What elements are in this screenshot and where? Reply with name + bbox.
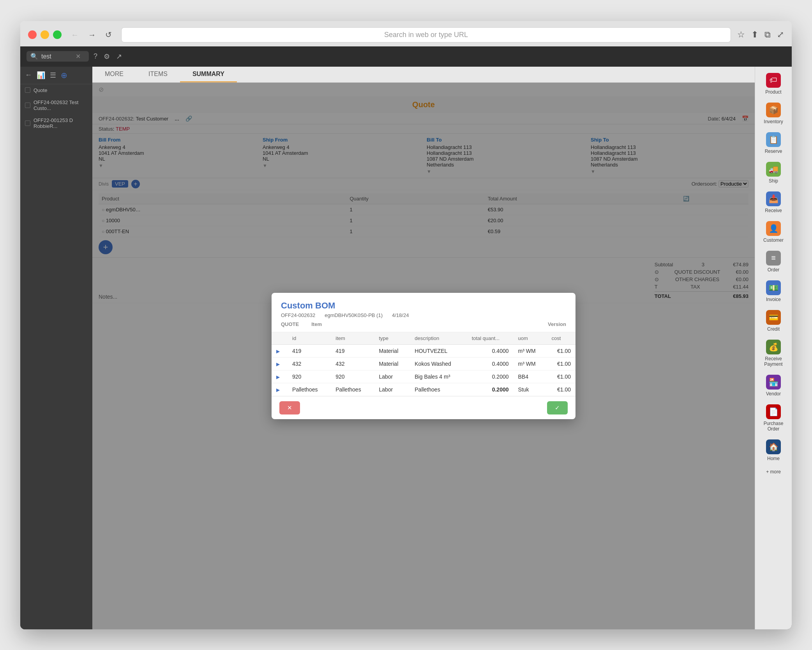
col-expand xyxy=(272,332,288,345)
customer-icon: 👤 xyxy=(766,221,781,236)
col-item: item xyxy=(331,332,374,345)
expand-icon[interactable]: ▶ xyxy=(276,387,280,393)
clear-search-button[interactable]: ✕ xyxy=(76,53,81,60)
home-icon: 🏠 xyxy=(766,439,781,454)
modal-footer: ✕ ✓ xyxy=(272,396,575,419)
bom-row[interactable]: ▶ 432 432 Material Kokos Washed 0.4000 m… xyxy=(272,357,575,370)
browser-chrome: ← → ↺ Search in web or type URL ☆ ⬆ ⧉ ⤢ xyxy=(20,21,792,46)
search-area: 🔍 ✕ xyxy=(26,51,89,62)
modal-title: Custom BOM xyxy=(281,301,566,311)
order-icon: ≡ xyxy=(766,251,781,266)
col-id: id xyxy=(288,332,331,345)
nav-buttons: ← → ↺ xyxy=(68,28,115,41)
credit-icon: 💳 xyxy=(766,310,781,325)
sidebar-item-ship[interactable]: 🚚 Ship xyxy=(757,159,790,187)
sidebar-list: Quote OFF24-002632 Test Custo... OFF22-0… xyxy=(20,84,92,629)
receive-payment-icon: 💰 xyxy=(766,340,781,354)
sidebar-header-quote: Quote xyxy=(20,84,92,96)
inventory-icon: 📦 xyxy=(766,103,781,117)
modal-meta-row: QUOTE Item Version xyxy=(281,321,566,327)
col-cost: cost xyxy=(547,332,575,345)
sidebar-item-purchase-order[interactable]: 📄 Purchase Order xyxy=(757,401,790,435)
sidebar-item-reserve[interactable]: 📋 Reserve xyxy=(757,129,790,157)
bookmark-button[interactable]: ☆ xyxy=(737,30,745,40)
duplicate-button[interactable]: ⧉ xyxy=(764,30,771,40)
tab-summary[interactable]: SUMMARY xyxy=(180,67,237,82)
reserve-icon: 📋 xyxy=(766,132,781,147)
back-button[interactable]: ← xyxy=(68,29,82,41)
forward-button[interactable]: → xyxy=(85,29,99,41)
header-checkbox[interactable] xyxy=(25,87,30,93)
sidebar-item-inventory[interactable]: 📦 Inventory xyxy=(757,99,790,128)
invoice-icon: 💵 xyxy=(766,280,781,295)
ship-icon: 🚚 xyxy=(766,162,781,177)
minimize-button[interactable] xyxy=(41,30,49,39)
sidebar-item-home[interactable]: 🏠 Home xyxy=(757,436,790,464)
sidebar-item-1[interactable]: OFF24-002632 Test Custo... xyxy=(20,96,92,114)
col-description: description xyxy=(410,332,467,345)
reload-button[interactable]: ↺ xyxy=(102,28,115,41)
sidebar-add-button[interactable]: ⊕ xyxy=(61,71,67,80)
sidebar-item-receive[interactable]: 📥 Receive xyxy=(757,188,790,216)
content-area: MORE ITEMS SUMMARY ⊘ xyxy=(92,67,755,629)
sidebar-chart-button[interactable]: 📊 xyxy=(37,71,45,80)
modal-header: Custom BOM OFF24-002632 egmDBHV50K0S0-PB… xyxy=(272,293,575,332)
bom-row[interactable]: ▶ 920 920 Labor Big Bales 4 m³ 0.2000 BB… xyxy=(272,370,575,383)
maximize-button[interactable] xyxy=(53,30,62,39)
quote-content: ⊘ Quote OFF24-002632: Test Customer ... … xyxy=(92,83,755,629)
confirm-button[interactable]: ✓ xyxy=(547,401,568,414)
sidebar-item-2[interactable]: OFF22-001253 D RobbieR... xyxy=(20,114,92,132)
sidebar-item-customer[interactable]: 👤 Customer xyxy=(757,218,790,246)
col-total-quant: total quant... xyxy=(467,332,514,345)
search-icon: 🔍 xyxy=(30,53,38,60)
sidebar-back-button[interactable]: ← xyxy=(25,71,32,79)
sidebar-item-more[interactable]: + more xyxy=(757,466,790,478)
cancel-button[interactable]: ✕ xyxy=(279,401,300,414)
address-placeholder: Search in web or type URL xyxy=(384,31,468,39)
expand-icon[interactable]: ▶ xyxy=(276,374,280,380)
quote-tabs: MORE ITEMS SUMMARY xyxy=(92,67,755,83)
expand-icon[interactable]: ▶ xyxy=(276,361,280,367)
share-button[interactable]: ⬆ xyxy=(751,30,758,40)
sidebar-item-vendor[interactable]: 🏪 Vendor xyxy=(757,372,790,400)
expand-icon[interactable]: ▶ xyxy=(276,349,280,354)
modal-body: id item type description total quant... … xyxy=(272,332,575,396)
settings-icon[interactable]: ⚙ xyxy=(104,52,110,61)
product-icon: 🏷 xyxy=(766,73,781,88)
search-input[interactable] xyxy=(41,53,72,60)
col-uom: uom xyxy=(514,332,547,345)
main-layout: ← 📊 ☰ ⊕ Quote OFF24-002632 Test Custo... xyxy=(20,67,792,629)
vendor-icon: 🏪 xyxy=(766,375,781,390)
right-sidebar: 🏷 Product 📦 Inventory 📋 Reserve 🚚 Ship 📥 xyxy=(755,67,792,629)
address-bar[interactable]: Search in web or type URL xyxy=(121,27,731,43)
browser-window: ← → ↺ Search in web or type URL ☆ ⬆ ⧉ ⤢ … xyxy=(20,21,792,629)
sidebar-item-order[interactable]: ≡ Order xyxy=(757,248,790,276)
sidebar-list-button[interactable]: ☰ xyxy=(50,71,56,80)
browser-actions: ☆ ⬆ ⧉ ⤢ xyxy=(737,30,784,40)
app-container: 🔍 ✕ ? ⚙ ↗ ← 📊 ☰ ⊕ xyxy=(20,46,792,629)
item1-checkbox[interactable] xyxy=(25,103,30,108)
bom-row[interactable]: ▶ Pallethoes Pallethoes Labor Pallethoes… xyxy=(272,383,575,396)
purchase-order-icon: 📄 xyxy=(766,404,781,419)
bom-row[interactable]: ▶ 419 419 Material HOUTVEZEL 0.4000 m³ W… xyxy=(272,344,575,357)
fullscreen-button[interactable]: ⤢ xyxy=(777,30,784,40)
top-actions: ? ⚙ ↗ xyxy=(94,52,122,61)
expand-icon[interactable]: ↗ xyxy=(116,52,122,61)
top-bar: 🔍 ✕ ? ⚙ ↗ xyxy=(20,46,792,67)
help-icon[interactable]: ? xyxy=(94,52,97,60)
traffic-lights xyxy=(28,30,62,39)
modal-overlay: Custom BOM OFF24-002632 egmDBHV50K0S0-PB… xyxy=(92,83,755,629)
item2-checkbox[interactable] xyxy=(25,120,30,126)
sidebar-toolbar: ← 📊 ☰ ⊕ xyxy=(20,67,92,84)
tab-more[interactable]: MORE xyxy=(92,67,136,82)
modal-subtitle: OFF24-002632 egmDBHV50K0S0-PB (1) 4/18/2… xyxy=(281,312,566,318)
sidebar-item-invoice[interactable]: 💵 Invoice xyxy=(757,277,790,305)
sidebar-item-product[interactable]: 🏷 Product xyxy=(757,70,790,98)
sidebar-item-credit[interactable]: 💳 Credit xyxy=(757,307,790,335)
col-type: type xyxy=(374,332,410,345)
custom-bom-modal: Custom BOM OFF24-002632 egmDBHV50K0S0-PB… xyxy=(272,293,575,419)
left-sidebar: ← 📊 ☰ ⊕ Quote OFF24-002632 Test Custo... xyxy=(20,67,92,629)
sidebar-item-receive-payment[interactable]: 💰 Receive Payment xyxy=(757,337,790,370)
close-button[interactable] xyxy=(28,30,37,39)
tab-items[interactable]: ITEMS xyxy=(136,67,180,82)
